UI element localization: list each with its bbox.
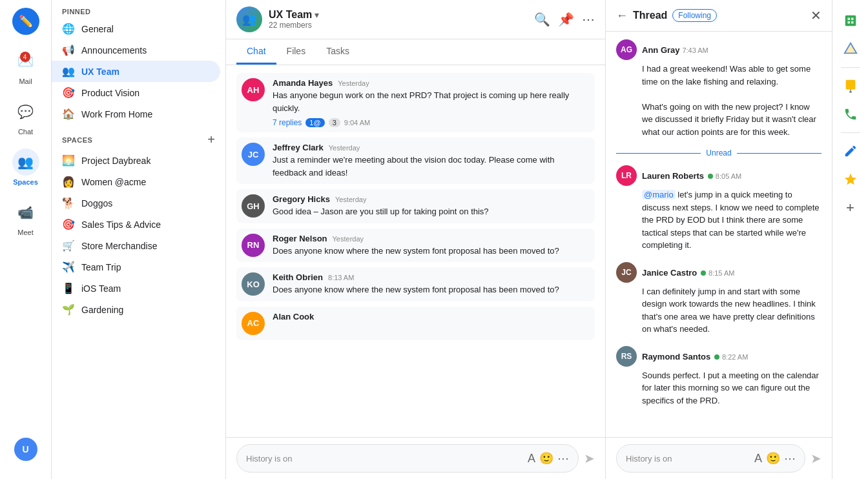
message-body: Keith Obrien 8:13 AM Does anyone know wh…	[273, 272, 590, 296]
emoji-icon[interactable]: 🙂	[766, 451, 780, 465]
drive-app-icon[interactable]	[838, 36, 863, 62]
more-options-icon[interactable]: ⋯	[557, 451, 569, 465]
close-thread-button[interactable]: ✕	[811, 8, 822, 23]
message-text: Does anyone know where the new system fo…	[273, 245, 590, 258]
compose-button[interactable]: ✏️	[12, 8, 39, 35]
thread-msg-time: 8:22 AM	[722, 353, 748, 361]
store-merchandise-label: Store Merchandise	[81, 241, 158, 251]
sales-tips-icon: 🎯	[62, 218, 75, 230]
replies-row[interactable]: 7 replies 1@ 3 9:04 AM	[273, 118, 590, 127]
thread-message-text: I can definitely jump in and start with …	[642, 285, 822, 336]
sidebar-item-product-vision[interactable]: 🎯 Product Vision	[52, 82, 220, 103]
thread-message-text: I had a great weekend! Was able to get s…	[642, 63, 822, 138]
tab-tasks[interactable]: Tasks	[316, 39, 360, 65]
phone-app-icon[interactable]	[838, 101, 863, 127]
chat-input-placeholder: History is on	[246, 454, 293, 464]
online-indicator	[708, 174, 713, 179]
reply-number: 3	[329, 118, 340, 127]
avatar: AH	[242, 78, 265, 101]
sender-name: Roger Nelson	[273, 234, 327, 243]
thread-input-container[interactable]: History is on A 🙂 ⋯	[616, 444, 805, 473]
edit-app-icon[interactable]	[838, 138, 863, 164]
chat-input-icons: A 🙂 ⋯	[528, 451, 569, 465]
thread-sender-name: Janice Castro	[642, 268, 697, 278]
product-vision-label: Product Vision	[81, 88, 140, 98]
menu-dots-icon[interactable]: ⋯	[582, 12, 595, 27]
message-text: Does anyone know where the new system fo…	[273, 283, 590, 296]
keep-app-icon[interactable]	[838, 73, 863, 99]
sheets-app-icon[interactable]	[838, 8, 863, 34]
format-text-icon[interactable]: A	[528, 452, 535, 465]
avatar: AG	[616, 39, 637, 60]
sidebar-item-general[interactable]: 🌐 General	[52, 18, 220, 39]
sidebar-item-team-trip[interactable]: ✈️ Team Trip	[52, 256, 220, 278]
tab-chat[interactable]: Chat	[236, 39, 276, 65]
announcements-label: Announcements	[81, 45, 147, 56]
format-text-icon[interactable]: A	[754, 452, 762, 465]
send-button[interactable]: ➤	[584, 451, 595, 466]
tab-files[interactable]: Files	[276, 39, 316, 65]
sidebar-item-women-acme[interactable]: 👩 Women @acme	[52, 171, 220, 192]
chat-input-container[interactable]: History is on A 🙂 ⋯	[236, 444, 579, 473]
reply-count: 7 replies	[273, 118, 302, 127]
sidebar-item-announcements[interactable]: 📢 Announcements	[52, 39, 220, 61]
women-acme-label: Women @acme	[81, 177, 146, 187]
spaces-section-header: SPACES +	[52, 125, 225, 150]
thread-header: ← Thread Following ✕	[606, 0, 832, 32]
meet-icon: 📹	[17, 205, 34, 220]
sidebar-item-ios-team[interactable]: 📱 iOS Team	[52, 278, 220, 299]
sender-name: Alan Cook	[273, 312, 314, 321]
thread-input-bar: History is on A 🙂 ⋯ ➤	[606, 437, 832, 479]
sidebar-item-sales-tips[interactable]: 🎯 Sales Tips & Advice	[52, 214, 220, 235]
unread-label: Unread	[706, 148, 731, 158]
thread-input-placeholder: History is on	[626, 454, 672, 464]
message-header: Amanda Hayes Yesterday	[273, 78, 590, 88]
ux-team-icon: 👥	[62, 65, 75, 77]
more-options-icon[interactable]: ⋯	[784, 451, 796, 465]
avatar: LR	[616, 165, 637, 186]
table-row: AH Amanda Hayes Yesterday Has anyone beg…	[236, 73, 595, 132]
sidebar-item-spaces[interactable]: 👥 Spaces	[0, 143, 51, 191]
add-app-button[interactable]: +	[838, 195, 863, 221]
message-time: Yesterday	[335, 196, 367, 203]
sidebar-item-meet[interactable]: 📹 Meet	[0, 194, 51, 241]
add-space-button[interactable]: +	[207, 132, 215, 147]
sidebar-item-project-daybreak[interactable]: 🌅 Project Daybreak	[52, 150, 220, 171]
sidebar-item-mail[interactable]: ✉️ 4 Mail	[0, 43, 51, 90]
sidebar-item-work-from-home[interactable]: 🏠 Work From Home	[52, 103, 220, 125]
emoji-icon[interactable]: 🙂	[539, 451, 553, 465]
avatar: GH	[242, 194, 265, 218]
message-body: Amanda Hayes Yesterday Has anyone begun …	[273, 78, 590, 127]
reply-time: 9:04 AM	[344, 119, 370, 127]
sidebar-item-gardening[interactable]: 🌱 Gardening	[52, 299, 220, 320]
chat-icon: 💬	[17, 104, 34, 119]
back-arrow-icon: ←	[616, 9, 628, 23]
dropdown-icon[interactable]: ▾	[315, 10, 319, 20]
sidebar-item-doggos[interactable]: 🐕 Doggos	[52, 192, 220, 214]
sidebar-item-chat[interactable]: 💬 Chat	[0, 93, 51, 141]
announcements-icon: 📢	[62, 44, 75, 56]
svg-rect-0	[845, 15, 856, 26]
thread-panel: ← Thread Following ✕ AG Ann Gray 7:43 AM…	[606, 0, 832, 479]
gardening-icon: 🌱	[62, 303, 75, 316]
project-daybreak-icon: 🌅	[62, 154, 75, 167]
thread-sender-name: Lauren Roberts	[642, 171, 704, 181]
svg-rect-4	[851, 21, 853, 24]
star-app-icon[interactable]	[838, 167, 863, 192]
following-badge[interactable]: Following	[672, 9, 717, 22]
sidebar-item-ux-team[interactable]: 👥 UX Team	[52, 61, 220, 82]
sender-name: Jeffrey Clark	[273, 143, 324, 152]
user-avatar[interactable]: U	[14, 438, 37, 461]
pinned-section-title: PINNED	[52, 0, 225, 18]
search-icon[interactable]: 🔍	[534, 12, 550, 27]
sender-name: Gregory Hicks	[273, 194, 330, 204]
chat-header: 👥 UX Team ▾ 22 members 🔍 📌 ⋯	[226, 0, 605, 39]
product-vision-icon: 🎯	[62, 87, 75, 99]
message-header: Alan Cook	[273, 312, 590, 321]
thread-header-left: ← Thread Following	[616, 9, 717, 23]
thread-send-button[interactable]: ➤	[811, 451, 822, 466]
pin-icon[interactable]: 📌	[558, 12, 574, 27]
message-text: Has anyone begun work on the next PRD? T…	[273, 89, 590, 114]
sidebar-item-store-merchandise[interactable]: 🛒 Store Merchandise	[52, 235, 220, 256]
gardening-label: Gardening	[81, 305, 123, 315]
